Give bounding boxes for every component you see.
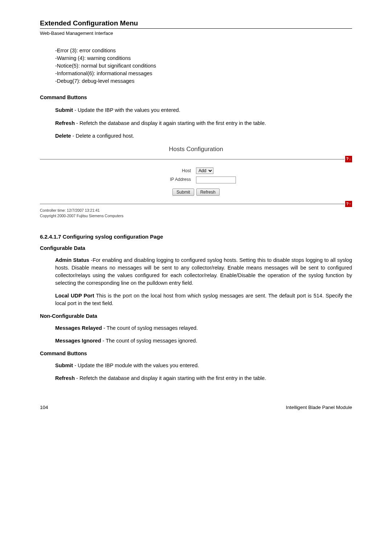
configurable-data-heading: Configurable Data <box>40 244 352 252</box>
refresh-term-2: Refresh <box>55 375 75 381</box>
local-udp-text: This is the port on the local host from … <box>55 293 352 306</box>
refresh-button[interactable]: Refresh <box>196 189 220 196</box>
messages-relayed-text: - The count of syslog messages relayed. <box>102 325 198 331</box>
page-number: 104 <box>40 404 48 411</box>
help-up-icon[interactable]: ?↑ <box>345 201 352 207</box>
severity-list: -Error (3): error conditions -Warning (4… <box>55 47 352 85</box>
submit-definition: Submit - Update the IBP with the values … <box>55 106 352 114</box>
admin-status-definition: Admin Status -For enabling and disabling… <box>55 256 352 287</box>
panel-divider <box>40 204 344 204</box>
refresh-definition-2: Refresh - Refetch the database and displ… <box>55 374 352 382</box>
messages-ignored-term: Messages Ignored <box>55 338 101 344</box>
messages-relayed-term: Messages Relayed <box>55 325 102 331</box>
submit-text-2: - Update the IBP module with the values … <box>73 362 199 368</box>
section-number-heading: 6.2.4.1.7 Configuring syslog configurati… <box>40 233 352 241</box>
panel-divider <box>40 159 344 159</box>
submit-button[interactable]: Submit <box>172 189 194 196</box>
help-down-icon[interactable]: ?↓ <box>345 156 352 162</box>
refresh-term: Refresh <box>55 120 75 126</box>
command-buttons-heading: Command Buttons <box>40 94 352 101</box>
non-configurable-data-heading: Non-Configurable Data <box>40 312 352 320</box>
command-buttons-heading-2: Command Buttons <box>40 350 352 357</box>
submit-text: - Update the IBP with the values you ent… <box>73 107 180 113</box>
submit-definition-2: Submit - Update the IBP module with the … <box>55 362 352 369</box>
host-select[interactable]: Add <box>196 167 213 174</box>
help-symbol: ? <box>346 156 349 162</box>
refresh-text: - Refetch the database and display it ag… <box>75 120 266 126</box>
severity-item: -Debug(7): debug-level messages <box>55 77 352 85</box>
submit-term-2: Submit <box>55 362 73 368</box>
delete-text: - Delete a configured host. <box>71 133 134 139</box>
severity-item: -Notice(5): normal but significant condi… <box>55 62 352 70</box>
host-label: Host <box>102 168 196 174</box>
messages-ignored-definition: Messages Ignored - The count of syslog m… <box>55 337 352 345</box>
chevron-up-icon: ↑ <box>349 201 351 207</box>
messages-relayed-definition: Messages Relayed - The count of syslog m… <box>55 324 352 332</box>
refresh-text-2: - Refetch the database and display it ag… <box>75 375 266 381</box>
local-udp-definition: Local UDP Port This is the port on the l… <box>55 292 352 307</box>
severity-item: -Warning (4): warning conditions <box>55 54 352 62</box>
severity-item: -Informational(6): informational message… <box>55 70 352 77</box>
chevron-down-icon: ↓ <box>349 156 351 162</box>
delete-definition: Delete - Delete a configured host. <box>55 132 352 140</box>
refresh-definition: Refresh - Refetch the database and displ… <box>55 119 352 127</box>
admin-status-text: -For enabling and disabling logging to c… <box>55 257 352 286</box>
messages-ignored-text: - The count of syslog messages ignored. <box>101 338 197 344</box>
page-subtitle: Web-Based Management Interface <box>40 30 352 37</box>
local-udp-term: Local UDP Port <box>55 293 94 299</box>
panel-title: Hosts Configuration <box>40 145 352 154</box>
ip-address-label: IP Address <box>102 177 196 183</box>
severity-item: -Error (3): error conditions <box>55 47 352 54</box>
hosts-config-panel: Hosts Configuration ?↓ Host Add IP Addre… <box>40 145 352 218</box>
submit-term: Submit <box>55 107 73 113</box>
delete-term: Delete <box>55 133 71 139</box>
footer-product-name: Intelligent Blade Panel Module <box>286 404 352 411</box>
admin-status-term: Admin Status <box>55 257 89 263</box>
page-title: Extended Configuration Menu <box>40 19 138 27</box>
ip-address-input[interactable] <box>196 177 236 183</box>
help-symbol: ? <box>346 201 349 207</box>
controller-time: Controller time: 12/7/2007 13:21:41 <box>40 208 352 213</box>
copyright-text: Copyright 2000-2007 Fujitsu Siemens Comp… <box>40 213 352 218</box>
